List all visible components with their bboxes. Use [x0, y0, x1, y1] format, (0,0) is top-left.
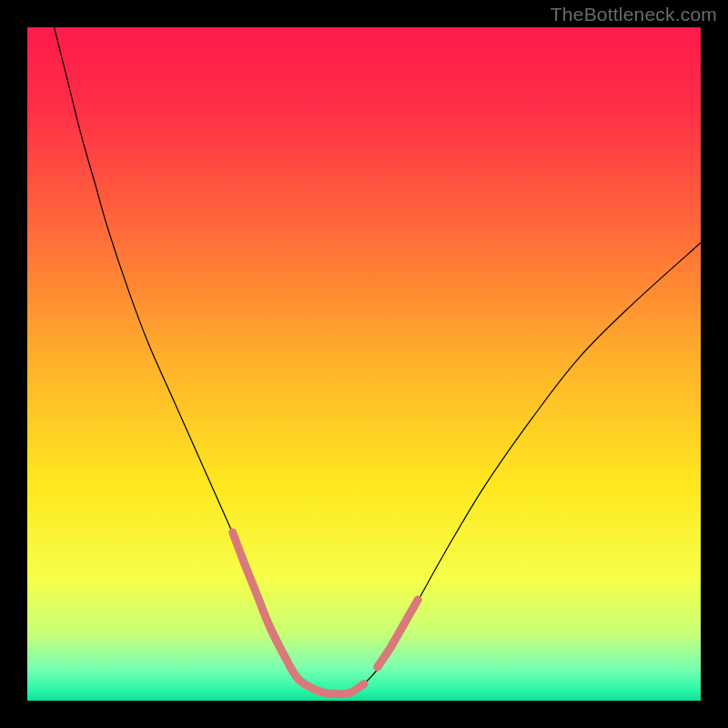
plot-area [27, 27, 701, 701]
series-highlight-valley [233, 532, 364, 694]
series-main-curve [55, 27, 701, 694]
curve-layer [27, 27, 701, 701]
chart-frame: TheBottleneck.com [0, 0, 728, 728]
series-highlight-right [378, 600, 418, 667]
watermark-text: TheBottleneck.com [551, 4, 717, 25]
